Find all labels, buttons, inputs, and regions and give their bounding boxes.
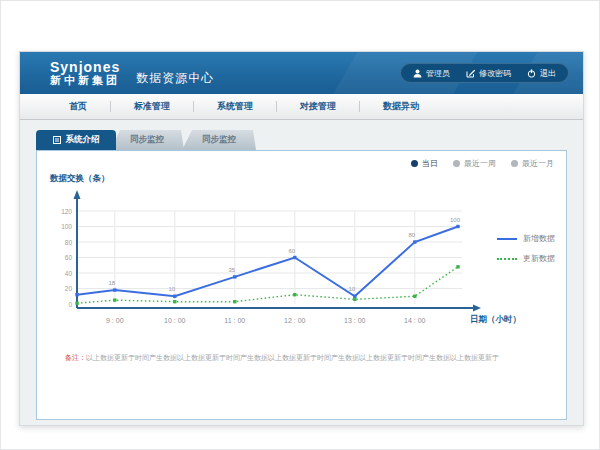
- nav-item-data-change[interactable]: 数据异动: [360, 100, 442, 113]
- tab-system-intro[interactable]: 系统介绍: [36, 130, 116, 150]
- svg-text:120: 120: [61, 208, 72, 215]
- tab-sync-monitor-2[interactable]: 同步监控: [182, 130, 256, 150]
- svg-text:40: 40: [65, 270, 73, 277]
- change-password-button[interactable]: 修改密码: [466, 68, 511, 79]
- nav-item-connect-mgmt[interactable]: 对接管理: [277, 100, 359, 113]
- radio-label: 最近一周: [464, 158, 496, 169]
- y-axis-title: 数据交换（条）: [50, 173, 110, 185]
- document-icon: [53, 136, 61, 144]
- radio-last-month[interactable]: 最近一月: [511, 158, 554, 169]
- nav-item-home[interactable]: 首页: [46, 100, 110, 113]
- tab-label: 同步监控: [130, 134, 164, 146]
- radio-last-week[interactable]: 最近一周: [453, 158, 496, 169]
- current-user[interactable]: 管理员: [413, 68, 450, 79]
- svg-text:11 : 00: 11 : 00: [224, 317, 245, 324]
- user-toolbar: 管理员 修改密码 退出: [400, 63, 569, 83]
- svg-text:10: 10: [168, 286, 175, 292]
- logo-text-cn: 新中新集团: [50, 75, 120, 87]
- svg-text:0: 0: [68, 301, 72, 308]
- main-nav: 首页 标准管理 系统管理 对接管理 数据异动: [20, 94, 583, 120]
- radio-dot-icon: [453, 160, 460, 167]
- page-title: 数据资源中心: [136, 70, 214, 87]
- svg-text:13 : 00: 13 : 00: [344, 317, 366, 324]
- legend-line-icon: [497, 238, 517, 240]
- legend-label: 新增数据: [523, 233, 555, 244]
- radio-label: 当日: [422, 158, 438, 169]
- header: Synjones 新中新集团 数据资源中心 管理员 修改密码 退出: [20, 52, 583, 94]
- svg-text:10 : 00: 10 : 00: [164, 317, 186, 324]
- logout-label: 退出: [540, 68, 556, 79]
- footnote: 备注：以上数据更新于时间产生数据以上数据更新于时间产生数据以上数据更新于时间产生…: [65, 353, 499, 363]
- logo-text-en: Synjones: [50, 60, 120, 75]
- svg-text:35: 35: [228, 267, 235, 273]
- svg-text:100: 100: [61, 223, 72, 230]
- change-password-label: 修改密码: [479, 68, 511, 79]
- logo: Synjones 新中新集团: [50, 60, 120, 86]
- svg-text:60: 60: [65, 254, 73, 261]
- legend-item-update-data[interactable]: 更新数据: [497, 253, 555, 264]
- logout-button[interactable]: 退出: [527, 68, 556, 79]
- current-user-label: 管理员: [426, 68, 450, 79]
- radio-today[interactable]: 当日: [411, 158, 438, 169]
- svg-text:18: 18: [108, 280, 115, 286]
- x-axis-title: 日期（小时）: [470, 314, 521, 326]
- radio-dot-icon: [511, 160, 518, 167]
- radio-dot-icon: [411, 160, 418, 167]
- svg-text:20: 20: [65, 285, 73, 292]
- footnote-label: 备注：: [65, 354, 86, 361]
- radio-label: 最近一月: [522, 158, 554, 169]
- svg-text:10: 10: [348, 286, 355, 292]
- chart-legend: 新增数据 更新数据: [497, 233, 555, 273]
- svg-text:60: 60: [288, 248, 295, 254]
- svg-text:9 : 00: 9 : 00: [106, 317, 124, 324]
- svg-text:80: 80: [65, 239, 73, 246]
- app-window: Synjones 新中新集团 数据资源中心 管理员 修改密码 退出 首页 标准管…: [19, 51, 584, 426]
- legend-item-new-data[interactable]: 新增数据: [497, 233, 555, 244]
- user-icon: [413, 69, 422, 78]
- svg-text:80: 80: [408, 232, 415, 238]
- footnote-text: 以上数据更新于时间产生数据以上数据更新于时间产生数据以上数据更新于时间产生数据以…: [86, 354, 499, 361]
- line-chart: 0204060801001209 : 0010 : 0011 : 0012 : …: [37, 151, 565, 419]
- tab-label: 同步监控: [202, 134, 236, 146]
- legend-label: 更新数据: [523, 253, 555, 264]
- chart-panel: 当日 最近一周 最近一月 数据交换（条） 0204060801001209 : …: [36, 150, 567, 420]
- page: { "header": { "logo_en": "Synjones", "lo…: [0, 0, 600, 450]
- svg-text:14 : 00: 14 : 00: [404, 317, 426, 324]
- time-range-filter: 当日 最近一周 最近一月: [411, 158, 554, 169]
- svg-text:100: 100: [450, 217, 461, 223]
- nav-item-system-mgmt[interactable]: 系统管理: [194, 100, 276, 113]
- tab-bar: 系统介绍 同步监控 同步监控: [36, 129, 583, 150]
- svg-text:12 : 00: 12 : 00: [284, 317, 306, 324]
- power-icon: [527, 69, 536, 78]
- edit-icon: [466, 69, 475, 78]
- nav-item-standard-mgmt[interactable]: 标准管理: [111, 100, 193, 113]
- tab-label: 系统介绍: [66, 134, 100, 146]
- legend-line-icon: [497, 258, 517, 260]
- tab-sync-monitor-1[interactable]: 同步监控: [110, 130, 184, 150]
